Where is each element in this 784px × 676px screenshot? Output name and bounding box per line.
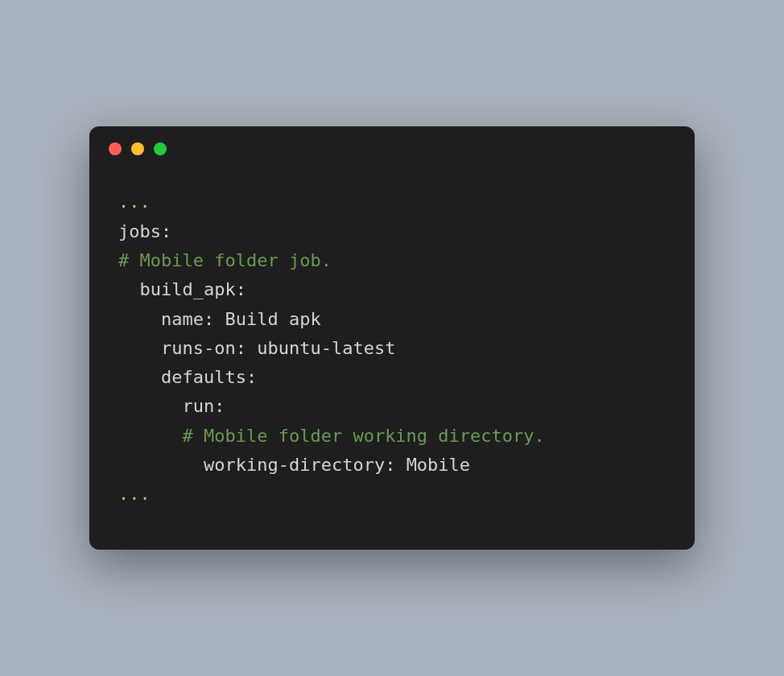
yaml-key-runs-on: runs-on: — [118, 338, 257, 358]
yaml-key-defaults: defaults: — [118, 367, 257, 387]
titlebar — [89, 126, 695, 163]
close-icon[interactable] — [109, 142, 122, 155]
code-editor: ...jobs:# Mobile folder job. build_apk: … — [89, 163, 695, 549]
ellipsis-end: ... — [118, 484, 151, 504]
yaml-value-working-directory: Mobile — [406, 455, 470, 475]
yaml-key-build-apk: build_apk: — [118, 279, 246, 299]
minimize-icon[interactable] — [131, 142, 144, 155]
yaml-key-run: run: — [118, 396, 225, 416]
yaml-comment-working-dir: # Mobile folder working directory. — [118, 426, 545, 446]
yaml-value-runs-on: ubuntu-latest — [257, 338, 395, 358]
maximize-icon[interactable] — [154, 142, 167, 155]
yaml-value-name: Build apk — [225, 309, 320, 329]
code-window: ...jobs:# Mobile folder job. build_apk: … — [89, 126, 695, 549]
yaml-key-name: name: — [118, 309, 225, 329]
yaml-key-working-directory: working-directory: — [118, 455, 406, 475]
yaml-comment: # Mobile folder job. — [118, 250, 332, 270]
ellipsis-start: ... — [118, 192, 151, 212]
yaml-key-jobs: jobs: — [118, 221, 171, 241]
